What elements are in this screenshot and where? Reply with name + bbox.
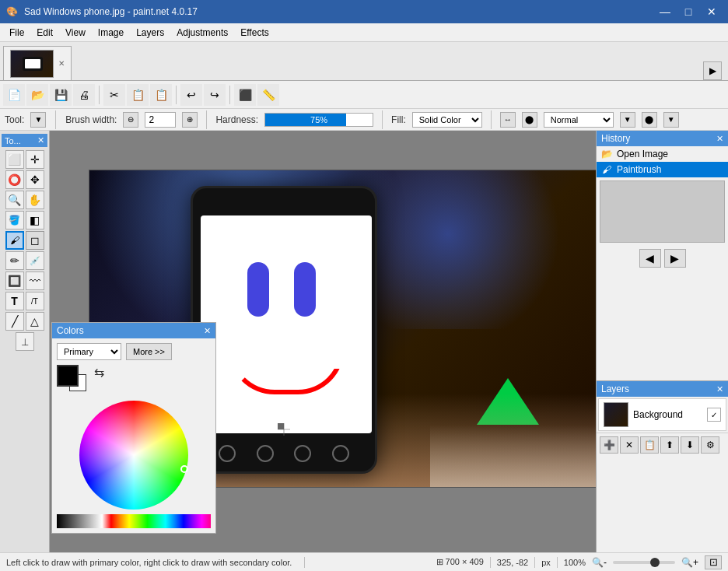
cut-button[interactable]: ✂ <box>103 84 125 106</box>
tab-bar: ★ ✕ ▶ <box>0 42 728 81</box>
color-mode-selector[interactable]: Primary Secondary <box>57 343 121 360</box>
blend-extra-2[interactable]: ▼ <box>663 112 679 128</box>
tools-close-btn[interactable]: ✕ <box>37 135 44 145</box>
close-button[interactable]: ✕ <box>702 3 722 20</box>
move-layer-up-btn[interactable]: ⬆ <box>660 436 679 454</box>
save-button[interactable]: 💾 <box>50 84 72 106</box>
history-title-text: History <box>601 133 630 144</box>
add-layer-btn[interactable]: ➕ <box>600 436 618 454</box>
blend-extra[interactable]: ⬤ <box>642 112 657 128</box>
history-item-paintbrush[interactable]: 🖌 Paintbrush <box>597 162 728 177</box>
toolbar-sep-3 <box>229 86 230 104</box>
new-button[interactable]: 📄 <box>3 84 25 106</box>
layer-properties-btn[interactable]: ⚙ <box>701 436 719 454</box>
menu-effects[interactable]: Effects <box>234 24 275 41</box>
history-item-open[interactable]: 📂 Open Image <box>597 146 728 162</box>
windows-btn <box>275 420 293 439</box>
tool-row-5: 🖌 ◻ <box>5 231 44 250</box>
smudge-tool[interactable]: 〰 <box>26 271 44 290</box>
brush-shape-btn[interactable]: ⬤ <box>522 112 537 128</box>
freeform-tool[interactable]: ⟂ <box>16 332 34 351</box>
menu-adjustments[interactable]: Adjustments <box>170 24 234 41</box>
layers-close-btn[interactable]: ✕ <box>716 384 723 394</box>
eraser-tool[interactable]: ◻ <box>26 231 44 250</box>
layer-visibility-toggle[interactable]: ✓ <box>707 408 721 422</box>
move-tool[interactable]: ✛ <box>26 150 44 169</box>
menu-file[interactable]: File <box>3 24 30 41</box>
history-close-btn[interactable]: ✕ <box>716 134 723 144</box>
transfer-colors-icon[interactable]: ⇆ <box>94 365 104 380</box>
image-tab[interactable]: ★ ✕ <box>3 46 72 80</box>
color-strip[interactable] <box>57 514 211 528</box>
colors-panel: Colors ✕ Primary Secondary More >> ⇆ <box>51 322 216 534</box>
brush-width-input[interactable] <box>145 112 176 128</box>
text-tool-2[interactable]: /T <box>26 292 44 310</box>
open-button[interactable]: 📂 <box>26 84 48 106</box>
mouth <box>228 348 345 394</box>
move-layer-down-btn[interactable]: ⬇ <box>681 436 699 454</box>
gradient-tool[interactable]: ◧ <box>26 211 44 229</box>
rectangle-select-tool[interactable]: ⬜ <box>5 150 24 169</box>
grid-button[interactable]: ⬛ <box>234 84 256 106</box>
tab-close-btn[interactable]: ✕ <box>58 59 65 68</box>
hardness-slider[interactable]: 75% <box>264 113 373 127</box>
tool-row-9: ╱ △ <box>5 312 44 331</box>
blend-mode-selector[interactable]: Normal Multiply Screen <box>544 112 614 128</box>
zoom-slider[interactable] <box>613 561 675 564</box>
colors-panel-title: Colors ✕ <box>52 323 215 338</box>
paste-button[interactable]: 📋 <box>150 84 172 106</box>
zoom-level: 100% <box>564 558 586 567</box>
tool-row-8: T /T <box>5 292 44 310</box>
options-sep-3 <box>382 110 383 129</box>
paintbrush-tool[interactable]: 🖌 <box>5 231 24 250</box>
pencil-tool[interactable]: ✏ <box>5 251 24 270</box>
redo-history-btn[interactable]: ▶ <box>664 249 686 268</box>
tab-arrow-btn[interactable]: ▶ <box>703 61 722 80</box>
undo-history-btn[interactable]: ◀ <box>639 249 661 268</box>
color-wheel[interactable] <box>79 401 188 510</box>
fit-window-btn[interactable]: ⊡ <box>705 555 722 569</box>
maximize-button[interactable]: □ <box>678 3 698 20</box>
status-sep-3 <box>534 557 535 568</box>
zoom-out-btn[interactable]: 🔍- <box>592 557 607 568</box>
print-button[interactable]: 🖨 <box>73 84 95 106</box>
colors-title-text: Colors <box>57 325 84 336</box>
shape-tool[interactable]: △ <box>26 312 44 331</box>
redo-button[interactable]: ↪ <box>204 84 226 106</box>
stamp-tool[interactable]: 🔲 <box>5 271 24 290</box>
more-colors-btn[interactable]: More >> <box>126 343 172 360</box>
blend-mode-arrow[interactable]: ↔ <box>500 112 516 128</box>
duplicate-layer-btn[interactable]: 📋 <box>640 436 659 454</box>
menu-image[interactable]: Image <box>92 24 130 41</box>
paintbucket-tool[interactable]: 🪣 <box>5 211 24 229</box>
fill-selector[interactable]: Solid Color Transparent <box>412 112 482 128</box>
toolbar: 📄 📂 💾 🖨 ✂ 📋 📋 ↩ ↪ ⬛ 📏 <box>0 81 728 109</box>
dimensions-value: 700 × 409 <box>446 557 484 566</box>
layer-item-background[interactable]: Background ✓ <box>598 398 726 431</box>
brush-width-decrease[interactable]: ⊖ <box>123 112 138 128</box>
line-tool[interactable]: ╱ <box>5 312 24 331</box>
pan-tool[interactable]: ✋ <box>26 191 44 209</box>
copy-button[interactable]: 📋 <box>127 84 149 106</box>
lasso-tool[interactable]: ⭕ <box>5 170 24 189</box>
tool-selector[interactable]: ▼ <box>30 112 46 128</box>
minimize-button[interactable]: — <box>655 3 675 20</box>
menu-view[interactable]: View <box>59 24 92 41</box>
colors-close-btn[interactable]: ✕ <box>204 326 211 336</box>
blend-expand[interactable]: ▼ <box>620 112 635 128</box>
ruler-button[interactable]: 📏 <box>257 84 279 106</box>
text-tool[interactable]: T <box>5 292 24 310</box>
brush-width-increase[interactable]: ⊕ <box>182 112 198 128</box>
colorpicker-tool[interactable]: 💉 <box>26 251 44 270</box>
menu-layers[interactable]: Layers <box>130 24 170 41</box>
primary-color-swatch[interactable] <box>57 365 79 387</box>
zoom-tool[interactable]: 🔍 <box>5 191 24 209</box>
undo-button[interactable]: ↩ <box>180 84 202 106</box>
zoom-in-btn[interactable]: 🔍+ <box>681 557 698 568</box>
zoom-thumb[interactable] <box>650 558 660 567</box>
move-selection-tool[interactable]: ✥ <box>26 170 44 189</box>
status-right: ⊞ 700 × 409 325, -82 px 100% 🔍- 🔍+ ⊡ <box>436 555 722 569</box>
delete-layer-btn[interactable]: ✕ <box>620 436 639 454</box>
menu-edit[interactable]: Edit <box>30 24 59 41</box>
options-sep-2 <box>206 110 207 129</box>
